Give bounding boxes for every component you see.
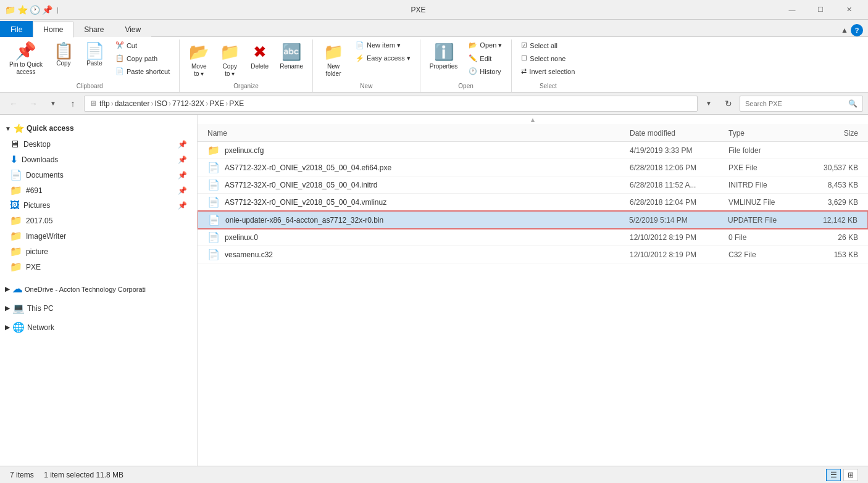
easy-access-button[interactable]: ⚡ Easy access ▾ xyxy=(351,52,415,64)
address-sep-3: › xyxy=(169,99,171,108)
sidebar-item-desktop[interactable]: 🖥 Desktop 📌 xyxy=(0,137,197,152)
thispc-expand-icon: ▶ xyxy=(5,305,10,312)
sidebar-item-2017[interactable]: 📁 2017.05 xyxy=(0,213,197,228)
ribbon-collapse-button[interactable]: ▲ xyxy=(841,26,848,35)
table-row[interactable]: 📄 AS7712-32X-r0_ONIE_v2018_05_00_04.init… xyxy=(198,176,868,194)
status-items-count: 7 items 1 item selected 11.8 MB xyxy=(10,471,123,479)
address-part-2[interactable]: datacenter xyxy=(115,99,150,108)
search-input[interactable] xyxy=(745,100,846,107)
select-none-button[interactable]: ☐ Select none xyxy=(517,52,579,64)
history-button[interactable]: 🕐 History xyxy=(464,65,506,77)
open-section: ℹ️ Properties 📂 Open ▾ ✏️ Edit 🕐 History… xyxy=(420,39,512,92)
minimize-button[interactable]: — xyxy=(778,0,806,20)
sidebar-item-pictures[interactable]: 🖼 Pictures 📌 xyxy=(0,198,197,213)
copy-to-label: Copyto ▾ xyxy=(223,63,237,78)
paste-shortcut-button[interactable]: 📄 Paste shortcut xyxy=(111,65,174,77)
file-name: AS7712-32X-r0_ONIE_v2018_05_00_04.vmlinu… xyxy=(225,198,630,207)
header-date[interactable]: Date modified xyxy=(630,129,728,138)
sidebar-item-downloads[interactable]: ⬇ Downloads 📌 xyxy=(0,152,197,167)
onedrive-expand-icon: ▶ xyxy=(5,286,10,292)
cut-button[interactable]: ✂️ Cut xyxy=(111,39,174,51)
edit-button[interactable]: ✏️ Edit xyxy=(464,52,506,64)
file-doc-icon: 📄 xyxy=(207,179,220,191)
header-type[interactable]: Type xyxy=(728,129,803,138)
copy-button[interactable]: 📋 Copy xyxy=(49,39,78,70)
header-name[interactable]: Name xyxy=(207,129,630,138)
network-icon: 🌐 xyxy=(12,321,25,333)
select-all-button[interactable]: ☑ Select all xyxy=(517,39,579,51)
sidebar-item-picture[interactable]: 📁 picture xyxy=(0,244,197,259)
table-row[interactable]: 📄 AS7712-32X-r0_ONIE_v2018_05_00_04.vmli… xyxy=(198,194,868,211)
table-row[interactable]: 📄 AS7712-32X-r0_ONIE_v2018_05_00_04.efi6… xyxy=(198,159,868,176)
file-name: AS7712-32X-r0_ONIE_v2018_05_00_04.efi64.… xyxy=(225,163,630,172)
network-header[interactable]: ▶ 🌐 Network xyxy=(0,318,197,337)
header-size[interactable]: Size xyxy=(803,129,858,138)
copy-to-icon: 📁 xyxy=(220,43,240,62)
documents-icon: 📄 xyxy=(10,169,22,181)
2017-label: 2017.05 xyxy=(26,217,52,225)
tab-home[interactable]: Home xyxy=(33,22,73,38)
table-row[interactable]: 📁 pxelinux.cfg 4/19/2019 3:33 PM File fo… xyxy=(198,142,868,159)
thispc-header[interactable]: ▶ 💻 This PC xyxy=(0,299,197,318)
sidebar-item-documents[interactable]: 📄 Documents 📌 xyxy=(0,167,197,183)
table-row-selected[interactable]: 📄 onie-updater-x86_64-accton_as7712_32x-… xyxy=(198,211,868,229)
sidebar-item-691[interactable]: 📁 #691 📌 xyxy=(0,183,197,198)
picture-icon: 📁 xyxy=(10,246,22,257)
properties-button[interactable]: ℹ️ Properties xyxy=(425,39,462,73)
onedrive-header[interactable]: ▶ ☁ OneDrive - Accton Technology Corpora… xyxy=(0,279,197,299)
main-content: ▼ ⭐ Quick access 🖥 Desktop 📌 ⬇ Downloads… xyxy=(0,115,868,466)
address-dropdown-button[interactable]: ▼ xyxy=(700,96,717,111)
properties-label: Properties xyxy=(430,63,458,70)
tab-view[interactable]: View xyxy=(114,21,151,37)
invert-selection-label: Invert selection xyxy=(529,68,575,75)
invert-selection-button[interactable]: ⇄ Invert selection xyxy=(517,65,579,77)
move-to-button[interactable]: 📂 Moveto ▾ xyxy=(185,39,213,81)
copy-to-button[interactable]: 📁 Copyto ▾ xyxy=(215,39,244,81)
search-bar[interactable]: 🔍 xyxy=(740,96,863,112)
onedrive-icon: ☁ xyxy=(12,283,22,295)
address-sep-5: › xyxy=(225,99,228,108)
address-part-1[interactable]: tftp xyxy=(99,99,110,108)
table-row[interactable]: 📄 vesamenu.c32 12/10/2012 8:19 PM C32 Fi… xyxy=(198,246,868,263)
up-button[interactable]: ↑ xyxy=(64,96,81,111)
help-button[interactable]: ? xyxy=(851,24,863,36)
paste-shortcut-label: Paste shortcut xyxy=(127,68,170,75)
paste-large-icon: 📄 xyxy=(85,43,104,59)
back-button[interactable]: ← xyxy=(5,96,22,111)
address-bar[interactable]: 🖥 tftp › datacenter › ISO › 7712-32X › P… xyxy=(84,96,698,112)
quick-access-header[interactable]: ▼ ⭐ Quick access xyxy=(0,120,197,137)
pictures-label: Pictures xyxy=(23,201,50,210)
rename-button[interactable]: 🔤 Rename xyxy=(275,39,307,73)
move-to-icon: 📂 xyxy=(189,43,209,62)
forward-button[interactable]: → xyxy=(25,96,42,111)
select-content: ☑ Select all ☐ Select none ⇄ Invert sele… xyxy=(517,39,579,81)
large-icons-view-button[interactable]: ⊞ xyxy=(843,469,858,481)
paste-button[interactable]: 📄 Paste xyxy=(80,39,109,70)
delete-button[interactable]: ✖ Delete xyxy=(246,39,273,73)
copy-path-button[interactable]: 📋 Copy path xyxy=(111,52,174,64)
address-part-4[interactable]: 7712-32X xyxy=(172,99,204,108)
refresh-button[interactable]: ↻ xyxy=(720,96,737,111)
address-part-3[interactable]: ISO xyxy=(154,99,167,108)
table-row[interactable]: 📄 pxelinux.0 12/10/2012 8:19 PM 0 File 2… xyxy=(198,229,868,246)
copy-path-icon: 📋 xyxy=(115,54,124,62)
pin-to-quick-access-button[interactable]: 📌 Pin to Quickaccess xyxy=(5,39,47,79)
new-folder-button[interactable]: 📁 Newfolder xyxy=(318,39,349,81)
open-small-btns: 📂 Open ▾ ✏️ Edit 🕐 History xyxy=(464,39,506,77)
sidebar-item-imagewriter[interactable]: 📁 ImageWriter xyxy=(0,228,197,244)
maximize-button[interactable]: ☐ xyxy=(806,0,835,20)
tab-share[interactable]: Share xyxy=(73,21,114,37)
edit-label: Edit xyxy=(480,55,491,62)
address-part-5[interactable]: PXE xyxy=(209,99,224,108)
open-button[interactable]: 📂 Open ▾ xyxy=(464,39,506,51)
new-folder-icon: 📁 xyxy=(323,43,343,62)
details-view-button[interactable]: ☰ xyxy=(826,469,841,481)
recent-locations-button[interactable]: ▼ xyxy=(44,96,62,111)
sidebar-item-pxe[interactable]: 📁 PXE xyxy=(0,259,197,275)
imagewriter-icon: 📁 xyxy=(10,230,22,242)
downloads-pin-icon: 📌 xyxy=(178,155,187,164)
tab-file[interactable]: File xyxy=(0,21,33,37)
close-button[interactable]: ✕ xyxy=(835,0,863,20)
address-part-6[interactable]: PXE xyxy=(229,99,244,108)
new-item-button[interactable]: 📄 New item ▾ xyxy=(351,39,415,51)
